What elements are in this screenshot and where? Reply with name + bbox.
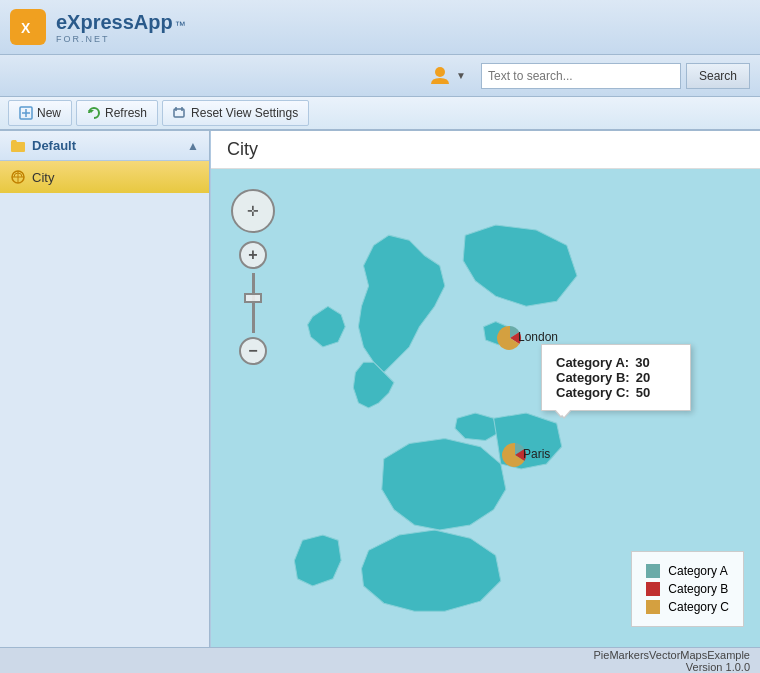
app-subtitle: FOR.NET <box>56 34 186 44</box>
svg-point-2 <box>435 67 445 77</box>
sidebar: Default ▲ City <box>0 131 210 647</box>
tooltip-tail-inner <box>557 409 571 417</box>
status-bar: PieMarkersVectorMapsExample Version 1.0.… <box>0 647 760 673</box>
tooltip-cat-a: Category A: 30 <box>556 355 676 370</box>
status-line2: Version 1.0.0 <box>686 661 750 673</box>
sidebar-item-city-label: City <box>32 170 54 185</box>
sidebar-group-label: Default <box>32 138 76 153</box>
legend-color-a <box>646 564 660 578</box>
sidebar-item-city[interactable]: City <box>0 161 209 193</box>
legend-color-b <box>646 582 660 596</box>
user-icon-area[interactable]: ▼ <box>428 64 466 88</box>
app-logo: X <box>10 9 46 45</box>
status-line1: PieMarkersVectorMapsExample <box>593 649 750 661</box>
user-dropdown-icon[interactable]: ▼ <box>456 70 466 81</box>
map-container[interactable]: London Paris ✛ + − <box>211 169 760 647</box>
title-bar: X eXpressApp ™ FOR.NET <box>0 0 760 55</box>
app-name: eXpressApp <box>56 11 173 34</box>
folder-icon <box>10 138 26 154</box>
refresh-button[interactable]: Refresh <box>76 100 158 126</box>
city-icon <box>10 169 26 185</box>
zoom-slider-thumb[interactable] <box>244 293 262 303</box>
svg-text:X: X <box>21 20 31 36</box>
tooltip-cat-b: Category B: 20 <box>556 370 676 385</box>
tooltip-box: Category A: 30 Category B: 20 Category C… <box>541 344 691 411</box>
search-bar: ▼ Search <box>0 55 760 97</box>
zoom-out-button[interactable]: − <box>239 337 267 365</box>
new-button[interactable]: New <box>8 100 72 126</box>
user-icon <box>428 64 452 88</box>
new-icon <box>19 106 33 120</box>
search-button[interactable]: Search <box>686 63 750 89</box>
legend-item-c: Category C <box>646 600 729 614</box>
app-title-area: eXpressApp ™ FOR.NET <box>56 11 186 44</box>
zoom-slider-track <box>252 273 255 333</box>
paris-marker[interactable]: Paris <box>501 441 529 472</box>
page-title: City <box>211 131 760 169</box>
main-layout: Default ▲ City City <box>0 131 760 647</box>
search-input[interactable] <box>481 63 681 89</box>
legend-item-b: Category B <box>646 582 729 596</box>
legend-item-a: Category A <box>646 564 729 578</box>
zoom-in-button[interactable]: + <box>239 241 267 269</box>
content-area: City <box>210 131 760 647</box>
sidebar-group-header[interactable]: Default ▲ <box>0 131 209 161</box>
legend-color-c <box>646 600 660 614</box>
zoom-controls: ✛ + − <box>231 189 275 365</box>
sidebar-collapse-icon[interactable]: ▲ <box>187 139 199 153</box>
refresh-icon <box>87 106 101 120</box>
app-name-suffix: ™ <box>175 19 186 31</box>
reset-icon <box>173 106 187 120</box>
london-marker[interactable]: London <box>496 324 524 355</box>
london-label: London <box>518 330 558 344</box>
tooltip-cat-c: Category C: 50 <box>556 385 676 400</box>
reset-view-button[interactable]: Reset View Settings <box>162 100 309 126</box>
paris-label: Paris <box>523 447 550 461</box>
toolbar: New Refresh Reset View Settings <box>0 97 760 131</box>
pan-control[interactable]: ✛ <box>231 189 275 233</box>
legend: Category A Category B Category C <box>631 551 744 627</box>
